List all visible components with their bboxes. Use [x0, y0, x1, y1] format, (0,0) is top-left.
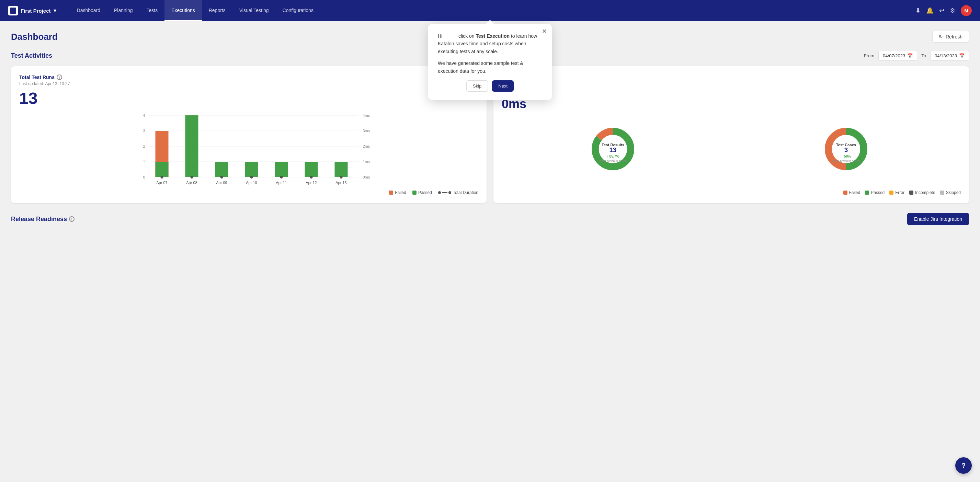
popup-text1-prefix: click on — [458, 33, 476, 39]
brand[interactable]: First Project ▾ — [8, 6, 56, 16]
avatar[interactable]: M — [961, 5, 972, 16]
legend-result-passed: Passed — [865, 190, 885, 195]
nav-configurations[interactable]: Configurations — [276, 0, 320, 21]
popup: ✕ Hi click on Test Execution to learn ho… — [428, 24, 552, 100]
popup-text: Hi click on Test Execution to learn how … — [438, 32, 542, 75]
svg-text:0ms: 0ms — [363, 175, 370, 179]
result-card: Result i Last updated: Apr 13, 10:27 Exe… — [493, 66, 969, 203]
legend-result-skipped-label: Skipped — [946, 190, 961, 195]
legend-result-incomplete-dot — [909, 191, 913, 195]
svg-text:Apr 11: Apr 11 — [276, 181, 287, 185]
popup-next-button[interactable]: Next — [492, 80, 514, 92]
legend-result-failed-dot — [843, 191, 848, 195]
to-label: To — [921, 53, 926, 58]
svg-text:↑ 50%: ↑ 50% — [841, 154, 851, 158]
history-icon[interactable]: ↩ — [939, 7, 944, 14]
bell-icon[interactable]: 🔔 — [926, 7, 934, 14]
popup-paragraph-2: We have generated some sample test & exe… — [438, 59, 542, 75]
release-readiness-title: Release Readiness i — [11, 216, 75, 223]
legend-result-error-label: Error — [895, 190, 904, 195]
settings-icon[interactable]: ⚙ — [950, 7, 955, 14]
calendar-icon-from: 📅 — [907, 53, 913, 58]
dot-apr07 — [161, 176, 164, 178]
download-icon[interactable]: ⬇ — [915, 7, 921, 14]
popup-close-button[interactable]: ✕ — [542, 27, 547, 35]
release-readiness-header: Release Readiness i Enable Jira Integrat… — [11, 213, 969, 225]
refresh-label: Refresh — [946, 34, 963, 40]
bar-passed-apr12 — [305, 162, 318, 177]
nav-links: Dashboard Planning Tests Executions Repo… — [70, 0, 915, 21]
bar-chart-legend: Failed Passed Total Duration — [19, 190, 478, 195]
total-runs-last-updated: Last updated: Apr 13, 10:27 — [19, 81, 478, 86]
svg-text:1: 1 — [143, 160, 145, 164]
release-info-icon[interactable]: i — [69, 216, 75, 222]
help-button[interactable]: ? — [955, 457, 972, 474]
brand-logo-inner — [10, 8, 16, 14]
legend-result-passed-dot — [865, 191, 869, 195]
navbar: First Project ▾ Dashboard Planning Tests… — [0, 0, 980, 21]
svg-text:2ms: 2ms — [363, 144, 370, 148]
popup-bold: Test Execution — [476, 33, 510, 39]
nav-planning[interactable]: Planning — [107, 0, 140, 21]
refresh-button[interactable]: ↻ Refresh — [932, 31, 969, 43]
bar-passed-apr11 — [275, 162, 288, 177]
svg-text:Apr 10: Apr 10 — [246, 181, 257, 185]
dot-apr11 — [280, 176, 283, 178]
nav-reports[interactable]: Reports — [202, 0, 232, 21]
bar-passed-apr07 — [156, 162, 169, 177]
legend-result-error-dot — [889, 191, 894, 195]
legend-duration-dot — [438, 191, 441, 194]
svg-text:1ms: 1ms — [363, 160, 370, 164]
svg-text:since previous period: since previous period — [832, 159, 860, 163]
total-runs-count: 13 — [19, 89, 478, 108]
nav-visual-testing[interactable]: Visual Testing — [232, 0, 276, 21]
bar-passed-apr08 — [185, 115, 199, 177]
svg-text:3: 3 — [143, 129, 145, 133]
svg-text:4: 4 — [143, 113, 145, 118]
svg-text:13: 13 — [609, 146, 617, 153]
execution-time-label: Execution Time — [502, 90, 961, 95]
svg-text:4ms: 4ms — [363, 113, 370, 118]
bar-passed-apr09 — [215, 162, 228, 177]
test-cases-donut: Test Cases 3 ↑ 50% since previous period — [820, 123, 875, 178]
popup-greeting: Hi — [438, 33, 442, 39]
legend-result-error: Error — [889, 190, 904, 195]
legend-result-incomplete-label: Incomplete — [915, 190, 935, 195]
nav-actions: ⬇ 🔔 ↩ ⚙ M — [915, 5, 972, 16]
popup-space — [444, 33, 457, 39]
dot-apr13 — [340, 176, 343, 178]
total-runs-info-icon[interactable]: i — [57, 75, 62, 80]
svg-text:Apr 09: Apr 09 — [216, 181, 227, 185]
legend-result-failed: Failed — [843, 190, 861, 195]
from-date-input[interactable]: 04/07/2023 📅 — [878, 51, 917, 61]
popup-paragraph-1: Hi click on Test Execution to learn how … — [438, 32, 542, 55]
result-label: Result i — [502, 75, 961, 80]
donuts-row: Test Results 13 ↑ 85.7% since previous p… — [502, 115, 961, 186]
date-range: From 04/07/2023 📅 To 04/13/2023 📅 — [864, 51, 969, 61]
legend-passed-label: Passed — [418, 190, 432, 195]
to-date-input[interactable]: 04/13/2023 📅 — [930, 51, 969, 61]
dot-apr12 — [310, 176, 313, 178]
result-last-updated: Last updated: Apr 13, 10:27 — [502, 81, 961, 86]
legend-duration-label: Total Duration — [453, 190, 478, 195]
legend-failed-dot — [389, 191, 393, 195]
svg-text:Apr 12: Apr 12 — [305, 181, 317, 185]
popup-skip-button[interactable]: Skip — [466, 80, 488, 92]
dot-apr10 — [250, 176, 253, 178]
dot-apr09 — [220, 176, 223, 178]
result-legend: Failed Passed Error Incomplete Skipped — [502, 190, 961, 195]
nav-executions[interactable]: Executions — [164, 0, 202, 21]
test-results-donut: Test Results 13 ↑ 85.7% since previous p… — [587, 123, 642, 178]
legend-result-failed-label: Failed — [849, 190, 861, 195]
jira-integration-button[interactable]: Enable Jira Integration — [907, 213, 969, 225]
test-results-svg: Test Results 13 ↑ 85.7% since previous p… — [587, 123, 639, 175]
svg-text:2: 2 — [143, 144, 145, 148]
legend-failed: Failed — [389, 190, 406, 195]
nav-tests[interactable]: Tests — [140, 0, 165, 21]
legend-total-duration: Total Duration — [438, 190, 478, 195]
svg-text:Apr 07: Apr 07 — [156, 181, 167, 185]
brand-chevron: ▾ — [54, 8, 56, 14]
nav-dashboard[interactable]: Dashboard — [70, 0, 108, 21]
test-activities-title: Test Activities — [11, 52, 52, 59]
svg-text:3: 3 — [844, 146, 848, 153]
